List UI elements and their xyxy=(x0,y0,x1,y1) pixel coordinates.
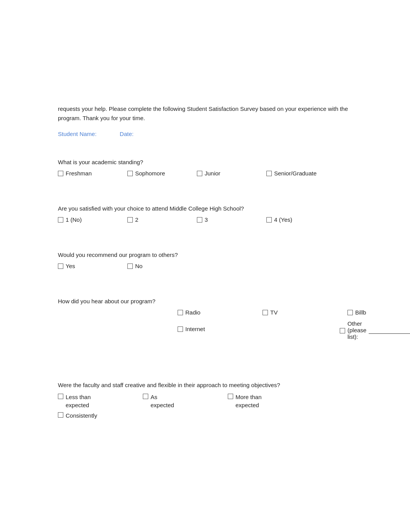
q1-option-junior: Junior xyxy=(197,170,259,177)
q2-label-4: 4 (Yes) xyxy=(274,216,292,223)
q4-other-input[interactable] xyxy=(369,327,410,334)
student-info-row: Student Name: Date: xyxy=(58,131,352,137)
q1-radio-sophomore[interactable] xyxy=(127,171,133,176)
q3-label-no: No xyxy=(135,263,142,269)
q3-radio-no[interactable] xyxy=(127,263,133,269)
q5-label-as: Asexpected xyxy=(151,393,174,409)
q2-radio-1[interactable] xyxy=(58,217,63,223)
q4-other-option: Other (please list): xyxy=(340,320,410,340)
q2-label-2: 2 xyxy=(135,216,138,223)
q1-radio-freshman[interactable] xyxy=(58,171,63,176)
q4-radio-other[interactable] xyxy=(340,328,345,333)
q4-option-radio: Radio xyxy=(178,309,255,316)
page: requests your help. Please complete the … xyxy=(0,0,410,532)
q3-question: Would you recommend our program to other… xyxy=(58,252,352,258)
q5-radio-less[interactable] xyxy=(58,394,63,399)
q3-section: Would you recommend our program to other… xyxy=(58,252,352,272)
q1-radio-junior[interactable] xyxy=(197,171,202,176)
q5-label-less: Less thanexpected xyxy=(66,393,91,409)
q4-question: How did you hear about our program? xyxy=(58,298,352,304)
q1-options: Freshman Sophomore Junior Senior/Graduat… xyxy=(58,170,352,179)
q4-option-internet: Internet xyxy=(178,326,255,332)
q5-radio-more[interactable] xyxy=(228,394,233,399)
q1-label-freshman: Freshman xyxy=(66,170,92,177)
q4-radio-tv[interactable] xyxy=(263,310,268,315)
q3-option-yes: Yes xyxy=(58,263,120,269)
q1-radio-senior[interactable] xyxy=(266,171,272,176)
q5-option-as: Asexpected xyxy=(143,393,220,409)
student-name-label: Student Name: xyxy=(58,131,97,137)
q3-radio-yes[interactable] xyxy=(58,263,63,269)
q5-radio-as[interactable] xyxy=(143,394,148,399)
q2-radio-2[interactable] xyxy=(127,217,133,223)
q2-option-4: 4 (Yes) xyxy=(266,216,328,223)
q3-options: Yes No xyxy=(58,263,352,272)
q2-radio-4[interactable] xyxy=(266,217,272,223)
q4-radio-internet[interactable] xyxy=(178,326,183,332)
q2-label-3: 3 xyxy=(205,216,208,223)
q5-label-more: More thanexpected xyxy=(235,393,262,409)
q2-radio-3[interactable] xyxy=(197,217,202,223)
q5-question: Were the faculty and staff creative and … xyxy=(58,382,352,388)
q4-row2: Internet Other (please list): xyxy=(58,320,352,340)
q2-option-3: 3 xyxy=(197,216,259,223)
q2-option-2: 2 xyxy=(127,216,189,223)
q4-label-other: Other (please list): xyxy=(347,320,366,340)
q4-radio-billb[interactable] xyxy=(347,310,353,315)
q5-option-less: Less thanexpected xyxy=(58,393,135,409)
q1-option-freshman: Freshman xyxy=(58,170,120,177)
q5-label-consistently: Consistently xyxy=(66,411,97,420)
q2-section: Are you satisfied with your choice to at… xyxy=(58,205,352,225)
q4-option-tv: TV xyxy=(263,309,340,316)
intro-line1: requests your help. Please complete the … xyxy=(58,105,348,121)
q3-label-yes: Yes xyxy=(66,263,75,269)
q1-question: What is your academic standing? xyxy=(58,159,352,165)
q2-label-1: 1 (No) xyxy=(66,216,82,223)
q5-option-more: More thanexpected xyxy=(228,393,305,409)
q1-label-junior: Junior xyxy=(205,170,220,177)
q2-option-1: 1 (No) xyxy=(58,216,120,223)
q4-label-billb: Billb xyxy=(355,309,366,316)
q1-label-senior: Senior/Graduate xyxy=(274,170,317,177)
date-label: Date: xyxy=(120,131,134,137)
q2-question: Are you satisfied with your choice to at… xyxy=(58,205,352,212)
q2-options: 1 (No) 2 3 4 (Yes) xyxy=(58,216,352,225)
q4-option-billb: Billb xyxy=(347,309,409,316)
q1-section: What is your academic standing? Freshman… xyxy=(58,159,352,179)
q1-option-senior: Senior/Graduate xyxy=(266,170,328,177)
q5-section: Were the faculty and staff creative and … xyxy=(58,382,352,422)
q4-label-tv: TV xyxy=(270,309,278,316)
q1-option-sophomore: Sophomore xyxy=(127,170,189,177)
q3-option-no: No xyxy=(127,263,189,269)
q4-row1: Radio TV Billb xyxy=(58,309,352,318)
q4-section: How did you hear about our program? Radi… xyxy=(58,298,352,340)
q4-label-internet: Internet xyxy=(185,326,205,332)
q5-option-consistently: Consistently xyxy=(58,411,120,420)
intro-text: requests your help. Please complete the … xyxy=(58,104,352,123)
q5-options: Less thanexpected Asexpected More thanex… xyxy=(58,393,352,422)
q5-radio-consistently[interactable] xyxy=(58,412,63,418)
q4-radio-radio[interactable] xyxy=(178,310,183,315)
q1-label-sophomore: Sophomore xyxy=(135,170,165,177)
q4-label-radio: Radio xyxy=(185,309,200,316)
